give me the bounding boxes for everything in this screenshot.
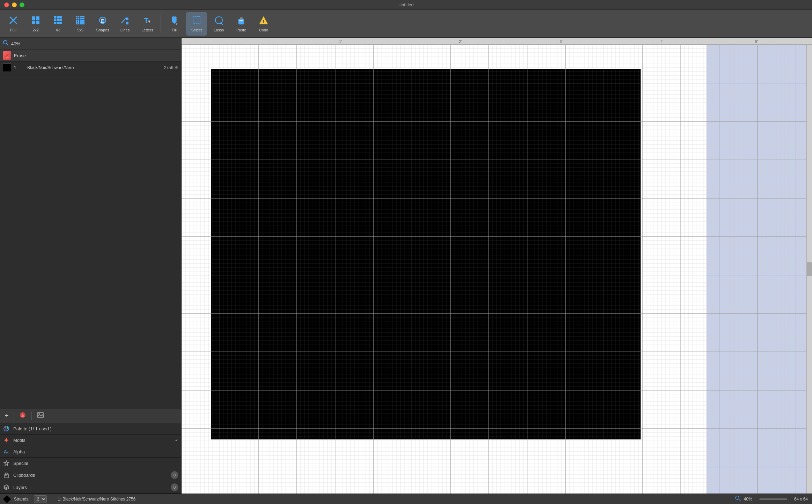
palette-layers[interactable]: Layers 0 (0, 481, 181, 494)
canvas-area[interactable]: 1' 2' 3' 4' 5' (182, 38, 812, 494)
svg-rect-6 (54, 16, 56, 18)
layers-icon (3, 484, 10, 491)
svg-rect-12 (54, 22, 56, 24)
svg-rect-5 (36, 21, 39, 24)
erase-label: Erase (14, 53, 26, 58)
svg-text:▾: ▾ (148, 18, 150, 24)
thread-number: 1 (14, 65, 24, 70)
full-icon (8, 15, 18, 27)
palette-title-row[interactable]: Palette (1/ 1 used ) (0, 423, 181, 435)
thread-list: 1 Black/Noir/Schwarz/Nero 2756 St (0, 61, 181, 409)
palette-sep-1 (14, 412, 14, 420)
thread-count: 2756 St (164, 65, 178, 70)
motifs-icon (3, 437, 10, 444)
erase-row[interactable]: Erase (0, 50, 181, 61)
x3-icon (53, 15, 63, 27)
select-label: Select (191, 28, 202, 32)
x3-tool-button[interactable]: X3 (47, 12, 68, 36)
svg-line-73 (739, 499, 740, 501)
lines-tool-button[interactable]: Lines (115, 12, 135, 36)
ruler-mark-4: 4' (661, 40, 663, 44)
svg-rect-35 (76, 23, 77, 24)
clipboards-count: 0 (171, 471, 178, 479)
svg-rect-37 (80, 23, 81, 24)
svg-rect-21 (78, 18, 79, 19)
minimize-button[interactable] (12, 2, 17, 7)
palette-toolbar: + (0, 409, 181, 423)
svg-rect-20 (76, 18, 77, 19)
palette-add-button[interactable]: + (3, 412, 11, 420)
palette-special[interactable]: Special (0, 458, 181, 469)
palette-edit-button[interactable] (17, 410, 29, 421)
svg-rect-18 (81, 16, 83, 17)
svg-rect-15 (76, 16, 77, 17)
full-tool-button[interactable]: Full (3, 12, 24, 36)
svg-rect-39 (83, 23, 84, 24)
special-label: Special (13, 461, 178, 466)
window-title: Untitled (398, 2, 414, 7)
svg-rect-52 (239, 20, 243, 21)
fill-tool-button[interactable]: ▾ Fill (164, 12, 185, 36)
layers-count: 0 (171, 483, 178, 491)
5x5-tool-button[interactable]: 5x5 (70, 12, 91, 36)
svg-rect-43 (126, 22, 128, 24)
ruler-mark-2: 2' (459, 40, 462, 44)
svg-rect-36 (78, 23, 79, 24)
svg-rect-29 (83, 20, 84, 21)
motifs-check: ✓ (175, 438, 178, 443)
2x2-icon (31, 15, 40, 27)
svg-point-65 (6, 429, 7, 431)
palette-alpha[interactable]: A α Alpha (0, 446, 181, 458)
svg-rect-9 (54, 19, 56, 21)
special-icon (3, 460, 10, 467)
toolbar-separator-1 (161, 15, 161, 32)
lasso-tool-button[interactable]: Lasso (208, 12, 229, 36)
svg-rect-8 (59, 16, 62, 18)
lines-label: Lines (120, 28, 130, 32)
thread-swatch (3, 64, 11, 72)
undo-tool-button[interactable]: ! Undo (253, 12, 274, 36)
strands-select[interactable]: 2 1 3 4 6 (34, 495, 47, 503)
shapes-tool-button[interactable]: Shapes (92, 12, 113, 36)
paste-tool-button[interactable]: Paste (231, 12, 252, 36)
maximize-button[interactable] (20, 2, 24, 7)
scroll-handle[interactable] (806, 262, 812, 276)
svg-rect-17 (80, 16, 81, 17)
clipboards-label: Clipboards (13, 473, 167, 478)
palette-motifs[interactable]: Motifs ✓ (0, 435, 181, 446)
shapes-icon (98, 15, 108, 27)
svg-text:α: α (7, 451, 8, 455)
lasso-label: Lasso (214, 28, 224, 32)
svg-rect-25 (76, 20, 77, 21)
2x2-tool-button[interactable]: 2x2 (25, 12, 46, 36)
current-color-swatch (3, 495, 11, 503)
svg-rect-71 (5, 475, 7, 476)
ruler-mark-5: 5' (755, 40, 758, 44)
svg-rect-31 (78, 21, 79, 23)
ruler-mark-1: 1' (339, 40, 342, 44)
select-icon (192, 15, 201, 27)
letters-tool-button[interactable]: T ▾ Letters (137, 12, 158, 36)
select-tool-button[interactable]: Select (186, 12, 207, 36)
lines-icon (120, 15, 130, 27)
clipboards-icon (3, 472, 10, 479)
zoom-slider[interactable] (759, 498, 787, 500)
svg-rect-2 (32, 16, 35, 20)
palette-clipboards[interactable]: Clipboards 0 (0, 469, 181, 481)
svg-rect-7 (57, 16, 59, 18)
svg-rect-32 (80, 21, 81, 23)
canvas-content[interactable] (182, 45, 806, 494)
svg-rect-24 (83, 18, 84, 19)
ruler-right (806, 45, 812, 494)
letters-label: Letters (141, 28, 153, 32)
palette-image-button[interactable] (35, 410, 46, 421)
full-label: Full (10, 28, 16, 32)
5x5-icon (75, 15, 85, 27)
close-button[interactable] (4, 2, 9, 7)
erase-icon (3, 51, 11, 60)
ruler-mark-3: 3' (560, 40, 562, 44)
embroidery-grid[interactable] (182, 45, 806, 494)
thread-row[interactable]: 1 Black/Noir/Schwarz/Nero 2756 St (0, 61, 181, 74)
svg-rect-30 (76, 21, 77, 23)
alpha-icon: A α (3, 448, 10, 455)
